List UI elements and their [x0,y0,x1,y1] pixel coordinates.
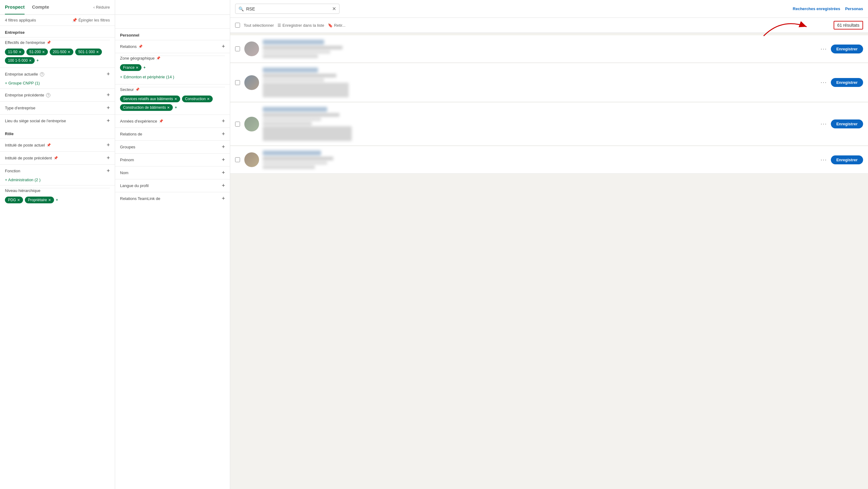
annees-experience-filter[interactable]: Années d'expérience 📌 + [115,115,230,127]
type-entreprise-plus-icon[interactable]: + [106,105,110,111]
lieu-siege-filter[interactable]: Lieu du siège social de l'entreprise + [0,114,115,127]
langue-profil-filter[interactable]: Langue du profil + [115,179,230,192]
nom-plus-icon[interactable]: + [222,170,225,176]
tag-100-5000[interactable]: 100 1-5 000 ✕ [5,57,35,64]
fonction-filter[interactable]: Fonction + [0,164,115,177]
tag-201-500[interactable]: 201-500 ✕ [50,49,73,55]
entreprise-precedente-plus-icon[interactable]: + [106,92,110,98]
select-all-checkbox[interactable] [235,23,240,28]
result-3-info [263,107,817,141]
intitule-precedent-filter[interactable]: Intitulé de poste précédent 📌 + [0,151,115,164]
tabs-header: Prospect Compte ‹ Réduire [0,0,115,15]
prenom-filter[interactable]: Prénom + [115,153,230,166]
result-4-actions: ··· Enregistrer [821,155,863,164]
relations-pin-icon: 📌 [138,45,143,49]
zone-geo-filter: Zone géographique 📌 France ✕ + + Edmonto… [115,53,230,84]
save-button[interactable]: Enregistrer [831,119,863,128]
save-button[interactable]: Enregistrer [831,155,863,164]
annees-experience-plus-icon[interactable]: + [222,118,225,124]
entreprise-actuelle-plus-icon[interactable]: + [106,71,110,78]
edmonton-link[interactable]: + Edmonton et périphérie (14 ) [120,74,225,81]
tag-11-50[interactable]: 11-50 ✕ [5,49,25,55]
filters-count-row: 4 filtres appliqués 📌 Épingler les filtr… [0,15,115,26]
more-options-btn[interactable]: ··· [821,79,827,86]
groupes-filter[interactable]: Groupes + [115,140,230,153]
secteur-tags: Services relatifs aux bâtiments ✕ Constr… [120,95,225,111]
search-input[interactable] [246,6,330,11]
groupe-cnpp-link[interactable]: + Groupe CNPP (1) [5,81,40,85]
save-button[interactable]: Enregistrer [831,45,863,53]
tag-services-batiments[interactable]: Services relatifs aux bâtiments ✕ [120,95,180,102]
reduce-button[interactable]: ‹ Réduire [93,5,110,9]
effectifs-add-btn[interactable]: + [36,57,39,64]
tag-pdg[interactable]: PDG ✕ [5,197,23,203]
avatar [244,41,259,56]
intitule-actuel-filter[interactable]: Intitulé de poste actuel 📌 + [0,139,115,151]
tab-compte[interactable]: Compte [32,0,49,15]
tag-construction-batiments[interactable]: Construction de bâtiments ✕ [120,104,173,111]
secteur-add-btn[interactable]: + [175,104,177,111]
result-1-actions: ··· Enregistrer [821,45,863,53]
teamlink-plus-icon[interactable]: + [222,195,225,202]
intitule-precedent-plus-icon[interactable]: + [106,155,110,161]
prenom-plus-icon[interactable]: + [222,157,225,163]
more-options-btn[interactable]: ··· [821,121,827,127]
search-box[interactable]: 🔍 ✕ [235,4,339,14]
avatar [244,152,259,167]
result-2-checkbox[interactable] [235,80,240,85]
fonction-plus-icon[interactable]: + [106,168,110,174]
tab-prospect[interactable]: Prospect [5,0,25,15]
zone-geo-add-btn[interactable]: + [143,64,146,71]
save-button[interactable]: Enregistrer [831,78,863,87]
saved-searches-link[interactable]: Recherches enregistrées [793,6,840,11]
tag-501-1000[interactable]: 501-1 000 ✕ [75,49,102,55]
results-count: 61 résultats [834,21,863,29]
tag-construction[interactable]: Construction ✕ [182,95,213,102]
intitule-actuel-pin-icon: 📌 [46,143,51,147]
lieu-siege-plus-icon[interactable]: + [106,118,110,124]
tag-remove-icon: ✕ [42,50,45,54]
tag-france[interactable]: France ✕ [120,64,142,71]
entreprise-actuelle-filter[interactable]: Entreprise actuelle ? + [0,67,115,81]
relations-plus-icon[interactable]: + [222,43,225,50]
niveau-label: Niveau hiérarchique [5,188,40,193]
fonction-label: Fonction [5,169,20,173]
administration-link[interactable]: + Administration (2 ) [5,177,40,182]
secteur-label: Secteur 📌 [120,87,140,92]
save-to-list-btn[interactable]: ☰ Enregistrer dans la liste [277,23,324,28]
niveau-add-btn[interactable]: + [56,197,58,203]
result-4-checkbox[interactable] [235,157,240,162]
pin-icon: 📌 [72,18,77,22]
personas-link[interactable]: Personas [845,6,863,11]
tag-remove-icon: ✕ [67,50,70,54]
zone-geo-pin-icon: 📌 [156,56,160,60]
type-entreprise-filter[interactable]: Type d'entreprise + [0,102,115,114]
groupes-plus-icon[interactable]: + [222,144,225,150]
langue-profil-label: Langue du profil [120,183,149,188]
search-clear-icon[interactable]: ✕ [332,6,336,12]
info-icon: ? [40,72,44,77]
pin-filters-btn[interactable]: 📌 Épingler les filtres [72,18,110,22]
retire-btn[interactable]: 🔖 Retir... [328,23,346,28]
groupes-label: Groupes [120,145,135,149]
avatar [244,75,259,90]
nom-filter[interactable]: Nom + [115,166,230,179]
langue-profil-plus-icon[interactable]: + [222,182,225,189]
relations-de-plus-icon[interactable]: + [222,131,225,137]
bookmark-icon: 🔖 [328,23,333,28]
effectifs-label: Effectifs de l'entreprise 📌 [5,40,51,45]
relations-filter[interactable]: Relations 📌 + [115,40,230,53]
result-1-checkbox[interactable] [235,47,240,51]
tag-proprietaire[interactable]: Propriétaire ✕ [25,197,54,203]
personnel-section-header: Personnel [115,29,230,40]
select-all-btn[interactable]: Tout sélectionner [244,23,274,28]
result-3-checkbox[interactable] [235,122,240,126]
relations-de-filter[interactable]: Relations de + [115,127,230,140]
more-options-btn[interactable]: ··· [821,157,827,163]
intitule-actuel-label: Intitulé de poste actuel 📌 [5,143,51,147]
teamlink-filter[interactable]: Relations TeamLink de + [115,192,230,205]
tag-51-200[interactable]: 51-200 ✕ [26,49,48,55]
more-options-btn[interactable]: ··· [821,46,827,52]
entreprise-precedente-filter[interactable]: Entreprise précédente ? + [0,88,115,102]
intitule-actuel-plus-icon[interactable]: + [106,142,110,148]
